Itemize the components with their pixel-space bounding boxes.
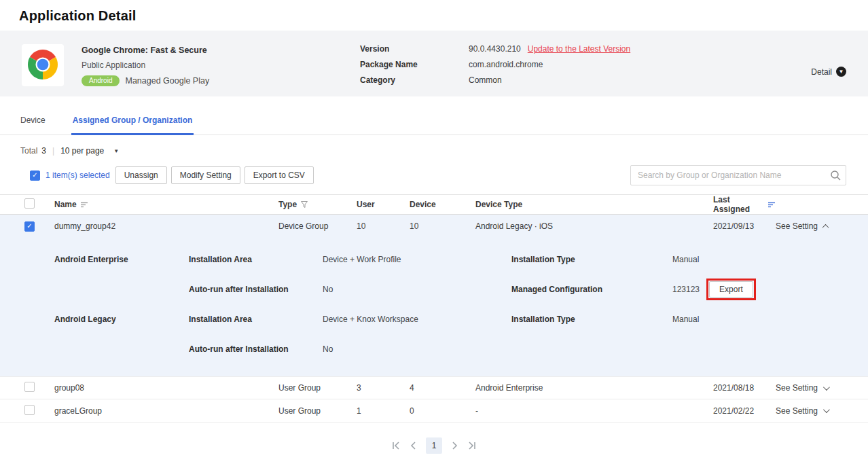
cell-type: User Group: [278, 383, 357, 393]
chevron-down-circle-icon: ▼: [836, 67, 846, 77]
selected-count-text: 1 item(s) selected: [46, 171, 110, 180]
cell-type: Device Group: [278, 221, 357, 231]
last-page-icon[interactable]: [467, 442, 476, 450]
select-all-checked-checkbox[interactable]: ✓: [30, 171, 40, 181]
export-to-csv-button[interactable]: Export to CSV: [245, 166, 314, 184]
cell-type: User Group: [278, 406, 357, 416]
prev-page-icon[interactable]: [410, 442, 416, 450]
app-meta: Google Chrome: Fast & Secure Public Appl…: [82, 44, 285, 86]
chevron-down-icon: [823, 406, 830, 413]
total-label: Total: [20, 146, 37, 156]
per-page-dropdown[interactable]: 10 per page ▼: [60, 146, 119, 156]
table-row[interactable]: graceLGroup User Group 1 0 - 2021/02/22 …: [0, 399, 868, 423]
sort-active-icon[interactable]: [768, 202, 776, 208]
cell-name: dummy_group42: [54, 221, 278, 231]
cell-user: 3: [357, 383, 410, 393]
cell-last-assigned: 2021/08/18: [713, 383, 776, 393]
setting-row: Android Enterprise Installation Area Dev…: [54, 245, 852, 274]
caret-down-icon: ▼: [113, 148, 119, 154]
table-header-row: Name Type User Device Device Type Last A…: [0, 194, 868, 215]
package-value: com.android.chrome: [469, 60, 630, 69]
managed-configuration-value: 123123: [672, 285, 700, 294]
search-input[interactable]: [630, 165, 846, 185]
expanded-settings-panel: Android Enterprise Installation Area Dev…: [0, 238, 868, 376]
page-header: Application Detail: [0, 0, 868, 31]
setting-row: Auto-run after Installation No Managed C…: [54, 274, 852, 304]
cell-device: 4: [410, 383, 475, 393]
category-value: Common: [469, 75, 630, 85]
row-checkbox[interactable]: [24, 405, 35, 415]
version-label: Version: [360, 44, 469, 54]
app-kind: Public Application: [82, 60, 285, 70]
section-title: Android Enterprise: [54, 255, 189, 264]
app-summary-band: Google Chrome: Fast & Secure Public Appl…: [0, 31, 868, 96]
tab-bar: Device Assigned Group / Organization: [0, 109, 868, 135]
select-all-checkbox[interactable]: [24, 198, 35, 209]
chrome-logo-icon: [28, 50, 58, 82]
search-box: [630, 165, 846, 185]
row-checkbox[interactable]: [24, 382, 35, 392]
store-name: Managed Google Play: [125, 76, 209, 86]
app-fields: Version 90.0.4430.210Update to the Lates…: [360, 44, 630, 85]
chevron-down-icon: [823, 384, 830, 391]
cell-name: group08: [54, 383, 278, 393]
cell-device-type: Android Enterprise: [475, 383, 713, 393]
version-value: 90.0.4430.210Update to the Latest Versio…: [469, 44, 630, 54]
package-label: Package Name: [360, 60, 469, 69]
detail-toggle[interactable]: Detail ▼: [811, 67, 846, 77]
header-type[interactable]: Type: [278, 200, 297, 209]
cell-device-type: Android Legacy · iOS: [475, 221, 713, 231]
cell-name: graceLGroup: [54, 406, 278, 416]
see-setting-toggle[interactable]: See Setting: [776, 406, 852, 416]
section-title: Android Legacy: [54, 315, 189, 324]
pagination: 1: [0, 437, 868, 454]
category-label: Category: [360, 75, 469, 85]
see-setting-toggle[interactable]: See Setting: [776, 383, 852, 393]
header-device[interactable]: Device: [410, 200, 475, 209]
cell-user: 10: [357, 221, 410, 231]
tab-device[interactable]: Device: [19, 109, 47, 135]
header-user[interactable]: User: [357, 200, 410, 209]
page-title: Application Detail: [19, 8, 849, 24]
first-page-icon[interactable]: [392, 442, 401, 450]
total-row: Total 3 | 10 per page ▼: [0, 146, 868, 156]
modify-setting-button[interactable]: Modify Setting: [171, 166, 240, 184]
export-button[interactable]: Export: [709, 281, 753, 298]
table-row[interactable]: ✓ dummy_group42 Device Group 10 10 Andro…: [0, 215, 868, 238]
cell-device: 0: [410, 406, 475, 416]
table-row[interactable]: group08 User Group 3 4 Android Enterpris…: [0, 376, 868, 399]
app-icon-card: [22, 44, 64, 86]
red-annotation-box: Export: [706, 279, 756, 300]
update-latest-link[interactable]: Update to the Latest Version: [528, 44, 630, 54]
sort-icon[interactable]: [81, 202, 88, 208]
cell-last-assigned: 2021/02/22: [713, 406, 776, 416]
setting-row: Auto-run after Installation No: [54, 334, 852, 364]
row-checkbox-checked[interactable]: ✓: [24, 221, 35, 232]
cell-last-assigned: 2021/09/13: [713, 221, 776, 231]
total-count: 3: [41, 146, 46, 156]
filter-icon[interactable]: [301, 201, 308, 208]
chevron-up-icon: [822, 223, 829, 230]
assigned-groups-table: Name Type User Device Device Type Last A…: [0, 194, 868, 423]
app-name: Google Chrome: Fast & Secure: [82, 46, 285, 55]
platform-badge: Android: [82, 75, 120, 86]
unassign-button[interactable]: Unassign: [115, 166, 167, 184]
tab-assigned-group-organization[interactable]: Assigned Group / Organization: [71, 109, 194, 135]
selection-toolbar: ✓ 1 item(s) selected Unassign Modify Set…: [0, 165, 868, 185]
current-page[interactable]: 1: [426, 437, 442, 454]
cell-device: 10: [410, 221, 475, 231]
header-device-type[interactable]: Device Type: [475, 200, 713, 209]
header-name[interactable]: Name: [54, 200, 77, 209]
header-last-assigned[interactable]: Last Assigned: [713, 195, 764, 214]
cell-user: 1: [357, 406, 410, 416]
next-page-icon[interactable]: [452, 442, 458, 450]
search-icon[interactable]: [830, 170, 841, 183]
see-setting-toggle[interactable]: See Setting: [776, 221, 852, 231]
cell-device-type: -: [475, 406, 713, 416]
setting-row: Android Legacy Installation Area Device …: [54, 304, 852, 334]
